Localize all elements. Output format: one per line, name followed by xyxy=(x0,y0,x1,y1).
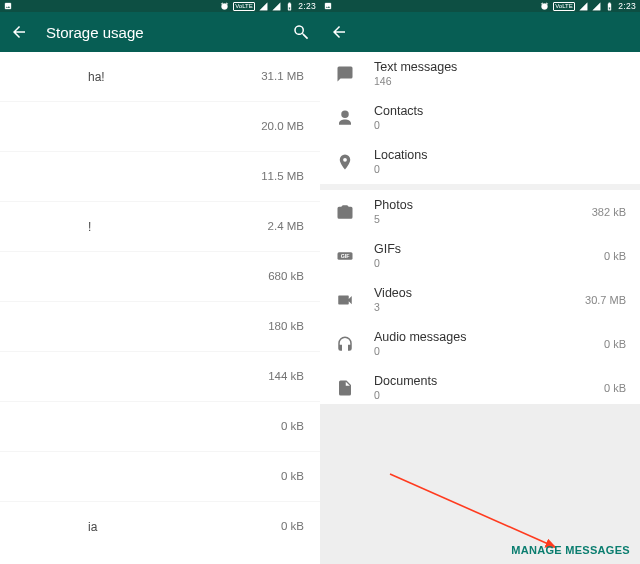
row-videos[interactable]: Videos3 30.7 MB xyxy=(320,278,640,322)
list-item[interactable]: 0 kB xyxy=(0,402,320,452)
battery-icon xyxy=(285,2,294,11)
back-button[interactable] xyxy=(8,21,30,43)
item-size: 20.0 MB xyxy=(261,120,304,132)
row-title: Videos xyxy=(374,286,567,301)
page-title: Storage usage xyxy=(46,24,274,41)
item-size: 144 kB xyxy=(268,370,304,382)
gif-icon: GIF xyxy=(334,247,356,265)
document-icon xyxy=(334,379,356,397)
volte-indicator: VoLTE xyxy=(553,2,576,11)
row-title: Text messages xyxy=(374,60,626,75)
status-bar: VoLTE 2:23 xyxy=(320,0,640,12)
row-photos[interactable]: Photos5 382 kB xyxy=(320,190,640,234)
back-button[interactable] xyxy=(328,21,350,43)
alarm-icon xyxy=(540,2,549,11)
camera-icon xyxy=(334,203,356,221)
row-title: Audio messages xyxy=(374,330,586,345)
signal-icon-2 xyxy=(592,2,601,11)
screenshot-icon xyxy=(4,0,12,12)
row-count: 5 xyxy=(374,213,574,226)
row-title: Contacts xyxy=(374,104,626,119)
item-size: 0 kB xyxy=(281,520,304,532)
alarm-icon xyxy=(220,2,229,11)
svg-text:GIF: GIF xyxy=(341,253,351,259)
right-pane: VoLTE 2:23 Text messages146 Contacts0 xyxy=(320,0,640,564)
annotation-arrow xyxy=(320,404,640,564)
list-item[interactable]: ia0 kB xyxy=(0,502,320,552)
row-count: 146 xyxy=(374,75,626,88)
row-text-messages[interactable]: Text messages146 xyxy=(320,52,640,96)
message-icon xyxy=(334,65,356,83)
item-size: 0 kB xyxy=(281,420,304,432)
headphones-icon xyxy=(334,335,356,353)
row-contacts[interactable]: Contacts0 xyxy=(320,96,640,140)
item-size: 680 kB xyxy=(268,270,304,282)
item-size: 0 kB xyxy=(281,470,304,482)
item-size: 31.1 MB xyxy=(261,70,304,82)
row-size: 0 kB xyxy=(604,338,626,350)
item-size: 11.5 MB xyxy=(261,170,304,182)
row-size: 382 kB xyxy=(592,206,626,218)
row-count: 0 xyxy=(374,389,586,402)
row-title: GIFs xyxy=(374,242,586,257)
row-size: 0 kB xyxy=(604,250,626,262)
row-size: 30.7 MB xyxy=(585,294,626,306)
row-count: 0 xyxy=(374,163,626,176)
row-title: Photos xyxy=(374,198,574,213)
footer-region: MANAGE MESSAGES xyxy=(320,404,640,564)
list-item[interactable]: 11.5 MB xyxy=(0,152,320,202)
item-name: ! xyxy=(88,220,91,234)
videocam-icon xyxy=(334,291,356,309)
item-name: ia xyxy=(88,520,97,534)
row-locations[interactable]: Locations0 xyxy=(320,140,640,184)
person-icon xyxy=(334,109,356,127)
list-item[interactable]: 144 kB xyxy=(0,352,320,402)
left-pane: VoLTE 2:23 Storage usage ha!31.1 MB 20.0… xyxy=(0,0,320,564)
search-button[interactable] xyxy=(290,21,312,43)
row-count: 3 xyxy=(374,301,567,314)
clock: 2:23 xyxy=(618,1,636,11)
toolbar: Storage usage xyxy=(0,12,320,52)
list-item[interactable]: 180 kB xyxy=(0,302,320,352)
battery-icon xyxy=(605,2,614,11)
clock: 2:23 xyxy=(298,1,316,11)
list-item[interactable]: !2.4 MB xyxy=(0,202,320,252)
volte-indicator: VoLTE xyxy=(233,2,256,11)
row-size: 0 kB xyxy=(604,382,626,394)
status-bar: VoLTE 2:23 xyxy=(0,0,320,12)
list-item[interactable]: 680 kB xyxy=(0,252,320,302)
list-item[interactable]: 0 kB xyxy=(0,452,320,502)
signal-icon xyxy=(259,2,268,11)
location-icon xyxy=(334,153,356,171)
list-item[interactable]: ha!31.1 MB xyxy=(0,52,320,102)
manage-messages-button[interactable]: MANAGE MESSAGES xyxy=(511,544,630,556)
screenshot-icon xyxy=(324,0,332,12)
item-size: 2.4 MB xyxy=(268,220,304,232)
toolbar xyxy=(320,12,640,52)
item-size: 180 kB xyxy=(268,320,304,332)
row-gifs[interactable]: GIF GIFs0 0 kB xyxy=(320,234,640,278)
storage-list[interactable]: ha!31.1 MB 20.0 MB 11.5 MB !2.4 MB 680 k… xyxy=(0,52,320,564)
row-count: 0 xyxy=(374,345,586,358)
row-count: 0 xyxy=(374,119,626,132)
signal-icon xyxy=(579,2,588,11)
row-audio[interactable]: Audio messages0 0 kB xyxy=(320,322,640,366)
svg-line-2 xyxy=(390,474,555,547)
item-name: ha! xyxy=(88,70,105,84)
row-count: 0 xyxy=(374,257,586,270)
row-title: Locations xyxy=(374,148,626,163)
list-item[interactable]: 20.0 MB xyxy=(0,102,320,152)
signal-icon-2 xyxy=(272,2,281,11)
row-title: Documents xyxy=(374,374,586,389)
